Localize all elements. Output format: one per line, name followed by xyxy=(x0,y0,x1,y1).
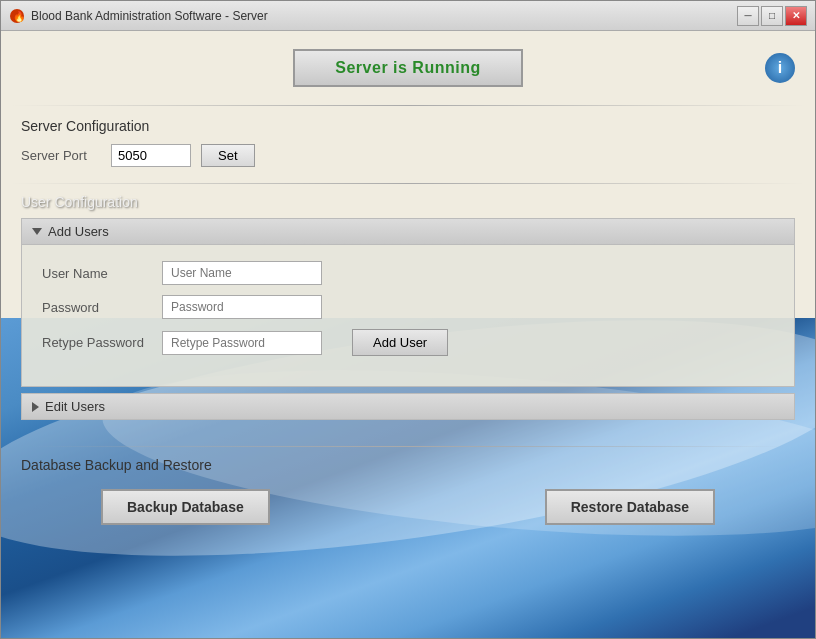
server-config-title: Server Configuration xyxy=(21,118,795,134)
username-input[interactable] xyxy=(162,261,322,285)
retype-password-row: Retype Password Add User xyxy=(42,329,774,356)
server-status-area: Server is Running i xyxy=(1,31,815,105)
port-config-row: Server Port Set xyxy=(21,144,795,167)
collapse-icon xyxy=(32,228,42,235)
restore-database-button[interactable]: Restore Database xyxy=(545,489,715,525)
info-icon[interactable]: i xyxy=(765,53,795,83)
port-label: Server Port xyxy=(21,148,101,163)
add-user-button[interactable]: Add User xyxy=(352,329,448,356)
set-button[interactable]: Set xyxy=(201,144,255,167)
minimize-button[interactable]: ─ xyxy=(737,6,759,26)
edit-users-title: Edit Users xyxy=(45,399,105,414)
expand-icon xyxy=(32,402,39,412)
password-row: Password xyxy=(42,295,774,319)
username-row: User Name xyxy=(42,261,774,285)
svg-text:🔥: 🔥 xyxy=(13,10,25,23)
retype-password-input[interactable] xyxy=(162,331,322,355)
top-section: Server is Running i Server Configuration… xyxy=(1,31,815,184)
username-label: User Name xyxy=(42,266,152,281)
database-section: Database Backup and Restore Backup Datab… xyxy=(1,436,815,545)
retype-password-label: Retype Password xyxy=(42,335,152,350)
close-button[interactable]: ✕ xyxy=(785,6,807,26)
server-config-section: Server Configuration Server Port Set xyxy=(1,106,815,183)
add-users-header[interactable]: Add Users xyxy=(22,219,794,245)
title-bar: 🔥 Blood Bank Administration Software - S… xyxy=(1,1,815,31)
backup-database-button[interactable]: Backup Database xyxy=(101,489,270,525)
app-icon: 🔥 xyxy=(9,8,25,24)
password-input[interactable] xyxy=(162,295,322,319)
title-bar-left: 🔥 Blood Bank Administration Software - S… xyxy=(9,8,268,24)
user-config-section: User Configuration Add Users User Name P… xyxy=(1,184,815,436)
add-users-title: Add Users xyxy=(48,224,109,239)
database-section-title: Database Backup and Restore xyxy=(21,457,795,473)
window-controls: ─ □ ✕ xyxy=(737,6,807,26)
main-content: Server is Running i Server Configuration… xyxy=(1,31,815,638)
server-running-button[interactable]: Server is Running xyxy=(293,49,522,87)
content-overlay: Server is Running i Server Configuration… xyxy=(1,31,815,545)
add-users-panel: Add Users User Name Password Retype Pass… xyxy=(21,218,795,387)
add-users-content: User Name Password Retype Password Add U… xyxy=(22,245,794,386)
port-input[interactable] xyxy=(111,144,191,167)
restore-button[interactable]: □ xyxy=(761,6,783,26)
database-buttons: Backup Database Restore Database xyxy=(21,489,795,525)
edit-users-header[interactable]: Edit Users xyxy=(22,394,794,419)
password-label: Password xyxy=(42,300,152,315)
main-window: 🔥 Blood Bank Administration Software - S… xyxy=(0,0,816,639)
window-title: Blood Bank Administration Software - Ser… xyxy=(31,9,268,23)
user-config-title: User Configuration xyxy=(21,194,795,210)
edit-users-panel: Edit Users xyxy=(21,393,795,420)
